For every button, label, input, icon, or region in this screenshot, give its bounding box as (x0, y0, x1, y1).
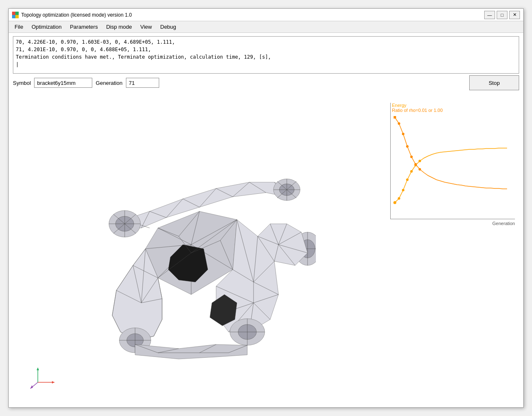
svg-point-119 (414, 163, 417, 166)
menu-bar: File Optimization Parameters Disp mode V… (9, 21, 523, 33)
control-row: Symbol Generation Stop (9, 75, 523, 90)
menu-file[interactable]: File (10, 22, 27, 31)
generation-input[interactable] (126, 78, 159, 88)
menu-disp-mode[interactable]: Disp mode (102, 22, 136, 31)
mesh-viewport: .mesh-line { stroke: #444; stroke-width:… (9, 90, 382, 407)
svg-rect-1 (15, 12, 19, 15)
menu-view[interactable]: View (136, 22, 156, 31)
chart-x-label: Generation (390, 221, 515, 226)
svg-point-113 (419, 160, 421, 162)
svg-rect-2 (12, 15, 15, 18)
svg-point-116 (402, 133, 404, 135)
log-line-2: 71, 4.201E-10, 0.970, 0, 0, 4.688E+05, 1… (16, 46, 516, 53)
maximize-button[interactable]: □ (497, 11, 507, 19)
app-icon (12, 12, 19, 18)
svg-marker-106 (30, 385, 33, 389)
symbol-input[interactable] (34, 78, 92, 88)
svg-rect-3 (15, 15, 19, 18)
window-title: Topology optimization (licensed mode) ve… (21, 12, 484, 18)
svg-point-108 (398, 197, 400, 200)
chart-container (390, 103, 515, 219)
menu-debug[interactable]: Debug (156, 22, 180, 31)
generation-label: Generation (96, 80, 122, 86)
stop-button[interactable]: Stop (469, 75, 519, 90)
main-window: Topology optimization (licensed mode) ve… (8, 8, 524, 408)
svg-marker-102 (52, 381, 54, 384)
svg-rect-114 (394, 116, 396, 119)
minimize-button[interactable]: — (484, 11, 495, 19)
window-controls: — □ ✕ (484, 11, 520, 19)
svg-point-109 (402, 189, 404, 191)
close-button[interactable]: ✕ (509, 11, 520, 19)
svg-point-118 (410, 156, 413, 158)
svg-point-115 (398, 122, 400, 125)
coordinate-axes (30, 366, 59, 391)
symbol-label: Symbol (13, 80, 31, 86)
svg-marker-104 (37, 368, 39, 370)
log-line-3: Termination conditions have met., Termin… (16, 53, 516, 61)
chart-svg (391, 103, 515, 219)
log-output[interactable]: 70, 4.226E-10, 0.970, 1.603E-03, 0, 4.68… (13, 36, 519, 74)
svg-point-110 (406, 178, 409, 181)
log-line-4: | (16, 61, 516, 68)
svg-rect-0 (12, 12, 15, 15)
svg-point-107 (394, 201, 397, 204)
mesh-3d: .mesh-line { stroke: #444; stroke-width:… (75, 128, 316, 369)
menu-parameters[interactable]: Parameters (66, 22, 102, 31)
chart-area: Energy Ratio of rho=0.01 or 1.00 (382, 99, 523, 407)
menu-optimization[interactable]: Optimization (27, 22, 66, 31)
svg-point-120 (419, 168, 421, 171)
svg-point-111 (410, 170, 413, 173)
svg-marker-84 (135, 344, 247, 359)
log-line-1: 70, 4.226E-10, 0.970, 1.603E-03, 0, 4.68… (16, 38, 516, 46)
main-content: .mesh-line { stroke: #444; stroke-width:… (9, 90, 523, 407)
svg-point-117 (406, 145, 409, 148)
title-bar: Topology optimization (licensed mode) ve… (9, 9, 523, 21)
